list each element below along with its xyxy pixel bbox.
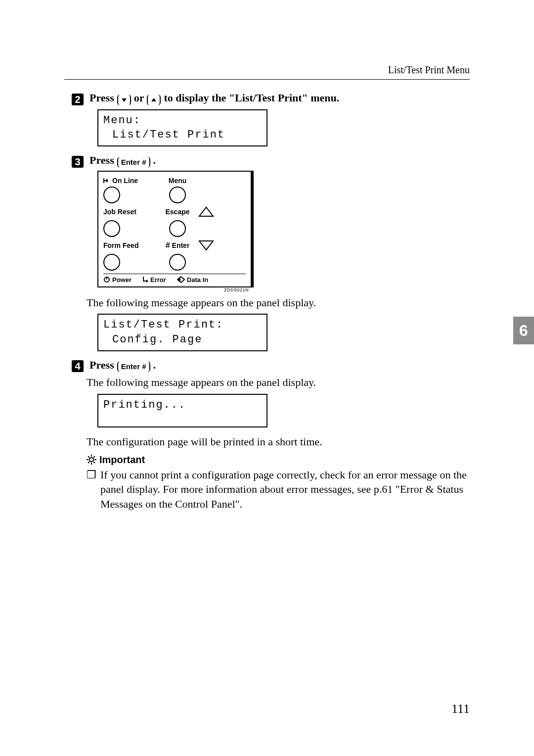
lcd-display-listtest: List/Test Print: Config. Page (97, 314, 267, 351)
down-button[interactable] (197, 239, 215, 252)
jobreset-button[interactable] (103, 220, 120, 237)
svg-marker-6 (146, 280, 148, 283)
svg-marker-2 (199, 207, 213, 216)
svg-line-15 (93, 462, 95, 463)
step-2-text-post: to display the "List/Test Print" menu. (164, 91, 339, 105)
enter-label: # Enter (158, 241, 197, 250)
step-2-badge: 2 (72, 94, 84, 105)
menu-label: Menu (158, 177, 197, 185)
header-rule (64, 79, 470, 80)
svg-marker-1 (151, 98, 156, 101)
power-icon (103, 276, 110, 283)
up-button[interactable] (197, 205, 215, 218)
step-3-text-pre: Press (89, 153, 114, 168)
down-key-icon (117, 94, 131, 105)
body-text: The following message appears on the pan… (87, 375, 470, 390)
step-2-text-mid: or (134, 91, 144, 105)
step-3-instruction: 3 Press Enter # . (72, 153, 470, 168)
error-icon (142, 276, 148, 283)
important-heading: Important (87, 454, 470, 466)
enter-button[interactable] (169, 254, 186, 271)
lcd-line: List/Test Print (103, 128, 262, 142)
checkbox-bullet-icon: ❒ (87, 468, 96, 512)
figure-caption: ZDDS021N (97, 287, 250, 292)
step-2: 2 Press or to display the "List/Test Pri… (72, 91, 470, 146)
error-indicator: Error (142, 276, 166, 284)
lcd-display-menu: Menu: List/Test Print (97, 109, 267, 146)
chapter-tab: 6 (513, 317, 534, 344)
body-text: The configuration page will be printed i… (87, 434, 470, 449)
step-4-badge: 4 (72, 360, 84, 372)
svg-line-16 (93, 456, 95, 458)
lcd-line: Printing... (103, 398, 262, 413)
lcd-display-printing: Printing... (97, 394, 267, 427)
online-arrow-icon (103, 178, 110, 184)
online-button[interactable] (103, 187, 120, 203)
escape-label: Escape (158, 208, 197, 216)
power-indicator: Power (103, 276, 132, 284)
enter-key: Enter # (117, 361, 150, 372)
content: 2 Press or to display the "List/Test Pri… (72, 89, 470, 514)
svg-point-9 (89, 458, 93, 462)
up-key-icon (147, 94, 161, 105)
formfeed-label: Form Feed (103, 241, 158, 249)
datain-indicator: Data In (177, 276, 208, 284)
escape-button[interactable] (169, 220, 186, 237)
svg-marker-3 (199, 241, 213, 250)
hash-icon: # (166, 241, 170, 250)
step-2-instruction: 2 Press or to display the "List/Test Pri… (72, 91, 470, 105)
important-note-text: If you cannot print a configuration page… (100, 468, 470, 512)
lcd-line: Config. Page (103, 332, 262, 347)
svg-line-14 (88, 456, 89, 458)
body-text: The following message appears on the pan… (87, 295, 470, 310)
lcd-line: List/Test Print: (103, 318, 262, 332)
enter-key: Enter # (117, 157, 150, 168)
indicator-row: Power Error Data In (103, 274, 246, 284)
svg-line-17 (88, 462, 89, 463)
online-label: On Line (103, 177, 158, 185)
lcd-line: Menu: (103, 113, 262, 128)
svg-marker-0 (122, 98, 127, 102)
step-3-text-post: . (153, 153, 156, 168)
step-4-instruction: 4 Press Enter # . (72, 358, 470, 373)
header-section-label: List/Test Print Menu (388, 64, 470, 76)
step-4-text-pre: Press (89, 358, 114, 373)
jobreset-label: Job Reset (103, 208, 158, 216)
gear-icon (87, 455, 96, 465)
page: List/Test Print Menu 6 111 2 Press or to… (0, 0, 534, 756)
step-3-badge: 3 (72, 156, 84, 168)
step-4: 4 Press Enter # . The following message … (72, 358, 470, 512)
formfeed-button[interactable] (103, 254, 120, 271)
menu-button[interactable] (169, 187, 186, 203)
important-heading-text: Important (99, 454, 145, 466)
control-panel-figure: On Line Menu Job Reset Escape (97, 171, 250, 292)
data-in-icon (177, 276, 185, 283)
step-2-text-pre: Press (89, 91, 114, 105)
control-panel: On Line Menu Job Reset Escape (97, 171, 254, 287)
page-number: 111 (451, 702, 470, 716)
step-3: 3 Press Enter # . On Line Menu (72, 153, 470, 351)
important-note: ❒ If you cannot print a configuration pa… (87, 468, 470, 512)
step-4-text-post: . (153, 358, 156, 373)
